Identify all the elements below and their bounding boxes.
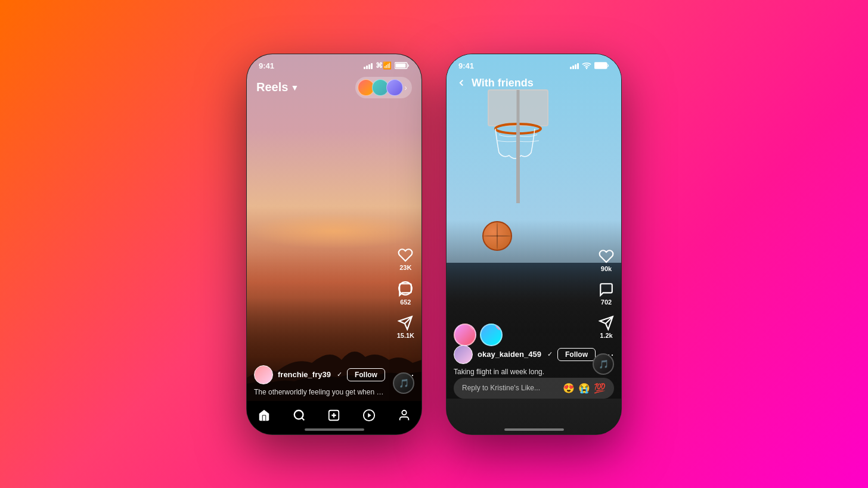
svg-rect-18 bbox=[594, 63, 607, 69]
music-note-icon-1: 🎵 bbox=[399, 378, 409, 388]
comment-button-2[interactable]: 702 bbox=[599, 282, 614, 306]
signal-icon-1 bbox=[364, 63, 373, 69]
share-count-1: 15.1K bbox=[397, 332, 414, 339]
story-avatar-3 bbox=[386, 79, 403, 96]
emoji-heart-eyes[interactable]: 😍 bbox=[563, 383, 575, 394]
verified-badge-2: ✓ bbox=[547, 350, 553, 358]
music-disc-1[interactable]: 🎵 bbox=[393, 372, 414, 394]
stories-group[interactable]: › bbox=[355, 77, 412, 98]
home-indicator-1 bbox=[305, 428, 364, 431]
follow-button-2[interactable]: Follow bbox=[557, 348, 596, 361]
svg-point-5 bbox=[294, 410, 303, 419]
svg-rect-1 bbox=[396, 64, 406, 68]
like-button-2[interactable]: 90k bbox=[599, 248, 614, 272]
dropdown-chevron: ▼ bbox=[290, 83, 299, 92]
nav-home-1[interactable] bbox=[253, 405, 275, 426]
wifi-icon-2 bbox=[582, 62, 591, 69]
header-title-2: With friends bbox=[472, 77, 534, 89]
phone-2: 9:41 bbox=[446, 54, 622, 435]
share-count-2: 1.2k bbox=[600, 332, 612, 339]
caption-1: The otherworldly feeling you get when yo… bbox=[254, 388, 385, 396]
battery-icon-1 bbox=[395, 62, 410, 69]
time-2: 9:41 bbox=[458, 61, 474, 70]
nav-profile-1[interactable] bbox=[393, 405, 415, 426]
share-icon-1 bbox=[398, 315, 413, 331]
music-disc-2[interactable]: 🎵 bbox=[593, 353, 614, 375]
emoji-crying[interactable]: 😭 bbox=[578, 383, 590, 394]
svg-point-12 bbox=[402, 410, 406, 414]
header-2: With friends bbox=[447, 72, 621, 94]
comment-button-1[interactable]: 652 bbox=[398, 281, 413, 306]
back-icon-2 bbox=[456, 77, 467, 88]
comment-icon-2 bbox=[599, 282, 614, 297]
username-2[interactable]: okay_kaiden_459 bbox=[478, 350, 541, 359]
like-button-1[interactable]: 23K bbox=[398, 247, 413, 271]
phone-1: 9:41 ⌘📶 Reels ▼ bbox=[246, 54, 422, 435]
signal-icon-2 bbox=[570, 63, 579, 69]
share-button-2[interactable]: 1.2k bbox=[599, 315, 614, 339]
reply-emojis-2: 😍 😭 💯 bbox=[563, 383, 606, 394]
profile-icon-1 bbox=[398, 409, 411, 422]
comment-count-2: 702 bbox=[601, 299, 612, 306]
reply-bar-2[interactable]: Reply to Kristine's Like... 😍 😭 💯 bbox=[454, 378, 614, 399]
heart-icon-2 bbox=[599, 248, 614, 264]
action-buttons-1: 23K 652 15.1K bbox=[397, 247, 414, 339]
user-avatar-2[interactable] bbox=[454, 345, 473, 364]
share-icon-2 bbox=[599, 315, 614, 331]
follow-button-1[interactable]: Follow bbox=[347, 368, 385, 381]
music-note-icon-2: 🎵 bbox=[599, 359, 609, 369]
username-1[interactable]: frenchie_fry39 bbox=[278, 370, 331, 379]
home-indicator-2 bbox=[504, 428, 564, 431]
home-icon-1 bbox=[258, 409, 271, 422]
heart-icon-1 bbox=[398, 247, 413, 263]
svg-marker-11 bbox=[368, 413, 371, 417]
action-buttons-2: 90k 702 1.2k bbox=[599, 248, 614, 339]
emoji-hundred[interactable]: 💯 bbox=[594, 383, 606, 394]
status-bar-2: 9:41 bbox=[447, 54, 621, 73]
header-1: Reels ▼ › bbox=[247, 72, 421, 103]
verified-badge-1: ✓ bbox=[337, 371, 342, 378]
nav-search-1[interactable] bbox=[289, 405, 310, 426]
plus-icon-1 bbox=[327, 409, 340, 422]
reply-placeholder-2: Reply to Kristine's Like... bbox=[462, 384, 540, 392]
status-bar-1: 9:41 ⌘📶 bbox=[247, 54, 421, 73]
nav-plus-1[interactable] bbox=[323, 405, 345, 426]
comment-icon-1b bbox=[398, 282, 413, 297]
reels-icon-1 bbox=[362, 409, 376, 422]
like-count-2: 90k bbox=[601, 265, 612, 272]
svg-point-17 bbox=[586, 68, 587, 69]
svg-line-6 bbox=[302, 418, 304, 420]
battery-icon-2 bbox=[594, 62, 609, 69]
wifi-icon-1: ⌘📶 bbox=[376, 61, 392, 70]
back-button-2[interactable]: With friends bbox=[456, 77, 534, 89]
user-row-2: okay_kaiden_459 ✓ Follow ⋯ bbox=[454, 345, 614, 364]
time-1: 9:41 bbox=[259, 61, 274, 70]
nav-reels-1[interactable] bbox=[358, 405, 380, 426]
stories-chevron: › bbox=[404, 83, 407, 92]
user-row-1: frenchie_fry39 ✓ Follow ⋯ bbox=[254, 365, 414, 384]
search-icon-1 bbox=[293, 409, 306, 422]
user-avatar-1[interactable] bbox=[254, 365, 273, 384]
comment-count-1: 652 bbox=[400, 299, 411, 306]
reels-title[interactable]: Reels ▼ bbox=[256, 80, 299, 94]
caption-2: Taking flight in all week long. bbox=[454, 368, 585, 376]
like-count-1: 23K bbox=[399, 264, 411, 271]
share-button-1[interactable]: 15.1K bbox=[397, 315, 414, 339]
